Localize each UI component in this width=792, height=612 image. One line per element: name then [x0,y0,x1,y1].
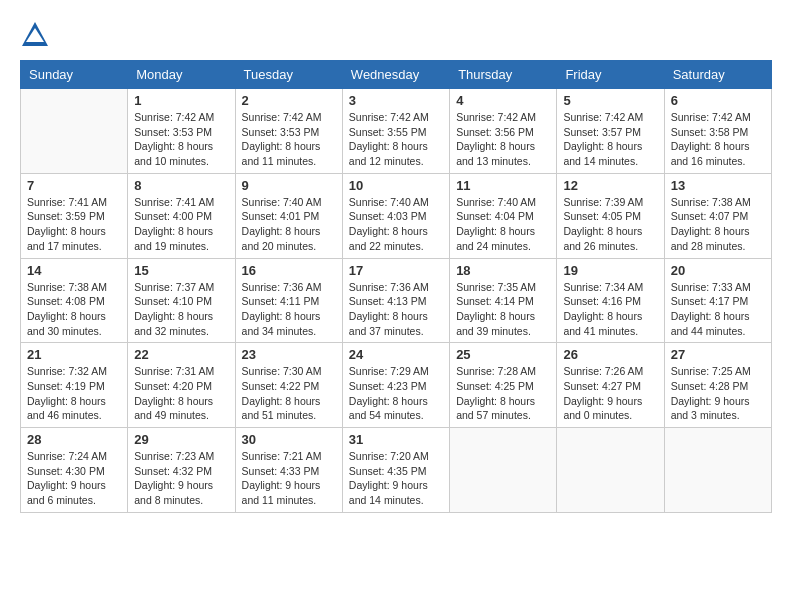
day-info: Sunrise: 7:42 AM Sunset: 3:56 PM Dayligh… [456,110,550,169]
day-number: 26 [563,347,657,362]
day-info: Sunrise: 7:24 AM Sunset: 4:30 PM Dayligh… [27,449,121,508]
calendar-cell: 25Sunrise: 7:28 AM Sunset: 4:25 PM Dayli… [450,343,557,428]
day-number: 14 [27,263,121,278]
day-number: 22 [134,347,228,362]
calendar-cell: 17Sunrise: 7:36 AM Sunset: 4:13 PM Dayli… [342,258,449,343]
calendar-cell: 1Sunrise: 7:42 AM Sunset: 3:53 PM Daylig… [128,89,235,174]
day-of-week-header: Wednesday [342,61,449,89]
calendar-week-row: 1Sunrise: 7:42 AM Sunset: 3:53 PM Daylig… [21,89,772,174]
calendar-cell [21,89,128,174]
calendar-header-row: SundayMondayTuesdayWednesdayThursdayFrid… [21,61,772,89]
day-number: 8 [134,178,228,193]
calendar-cell [664,428,771,513]
logo-icon [20,20,50,50]
calendar: SundayMondayTuesdayWednesdayThursdayFrid… [20,60,772,513]
day-info: Sunrise: 7:42 AM Sunset: 3:58 PM Dayligh… [671,110,765,169]
day-number: 30 [242,432,336,447]
day-info: Sunrise: 7:30 AM Sunset: 4:22 PM Dayligh… [242,364,336,423]
day-number: 18 [456,263,550,278]
day-number: 13 [671,178,765,193]
day-info: Sunrise: 7:34 AM Sunset: 4:16 PM Dayligh… [563,280,657,339]
day-of-week-header: Sunday [21,61,128,89]
day-info: Sunrise: 7:41 AM Sunset: 4:00 PM Dayligh… [134,195,228,254]
day-info: Sunrise: 7:42 AM Sunset: 3:57 PM Dayligh… [563,110,657,169]
day-number: 21 [27,347,121,362]
day-info: Sunrise: 7:38 AM Sunset: 4:07 PM Dayligh… [671,195,765,254]
day-number: 12 [563,178,657,193]
day-info: Sunrise: 7:35 AM Sunset: 4:14 PM Dayligh… [456,280,550,339]
day-info: Sunrise: 7:42 AM Sunset: 3:55 PM Dayligh… [349,110,443,169]
day-number: 27 [671,347,765,362]
day-of-week-header: Friday [557,61,664,89]
calendar-cell: 4Sunrise: 7:42 AM Sunset: 3:56 PM Daylig… [450,89,557,174]
day-info: Sunrise: 7:38 AM Sunset: 4:08 PM Dayligh… [27,280,121,339]
calendar-cell: 11Sunrise: 7:40 AM Sunset: 4:04 PM Dayli… [450,173,557,258]
day-info: Sunrise: 7:33 AM Sunset: 4:17 PM Dayligh… [671,280,765,339]
calendar-cell: 15Sunrise: 7:37 AM Sunset: 4:10 PM Dayli… [128,258,235,343]
calendar-cell: 20Sunrise: 7:33 AM Sunset: 4:17 PM Dayli… [664,258,771,343]
day-info: Sunrise: 7:40 AM Sunset: 4:01 PM Dayligh… [242,195,336,254]
day-info: Sunrise: 7:39 AM Sunset: 4:05 PM Dayligh… [563,195,657,254]
day-info: Sunrise: 7:36 AM Sunset: 4:11 PM Dayligh… [242,280,336,339]
day-number: 11 [456,178,550,193]
calendar-cell: 19Sunrise: 7:34 AM Sunset: 4:16 PM Dayli… [557,258,664,343]
day-number: 31 [349,432,443,447]
calendar-cell: 9Sunrise: 7:40 AM Sunset: 4:01 PM Daylig… [235,173,342,258]
day-number: 19 [563,263,657,278]
calendar-cell [450,428,557,513]
calendar-cell: 10Sunrise: 7:40 AM Sunset: 4:03 PM Dayli… [342,173,449,258]
calendar-cell: 30Sunrise: 7:21 AM Sunset: 4:33 PM Dayli… [235,428,342,513]
day-number: 7 [27,178,121,193]
calendar-cell: 21Sunrise: 7:32 AM Sunset: 4:19 PM Dayli… [21,343,128,428]
day-info: Sunrise: 7:42 AM Sunset: 3:53 PM Dayligh… [134,110,228,169]
calendar-cell: 2Sunrise: 7:42 AM Sunset: 3:53 PM Daylig… [235,89,342,174]
day-number: 3 [349,93,443,108]
day-of-week-header: Thursday [450,61,557,89]
day-number: 6 [671,93,765,108]
day-number: 4 [456,93,550,108]
calendar-cell: 12Sunrise: 7:39 AM Sunset: 4:05 PM Dayli… [557,173,664,258]
day-info: Sunrise: 7:21 AM Sunset: 4:33 PM Dayligh… [242,449,336,508]
calendar-week-row: 14Sunrise: 7:38 AM Sunset: 4:08 PM Dayli… [21,258,772,343]
day-number: 1 [134,93,228,108]
day-of-week-header: Saturday [664,61,771,89]
calendar-week-row: 7Sunrise: 7:41 AM Sunset: 3:59 PM Daylig… [21,173,772,258]
calendar-cell: 14Sunrise: 7:38 AM Sunset: 4:08 PM Dayli… [21,258,128,343]
day-number: 2 [242,93,336,108]
calendar-cell: 28Sunrise: 7:24 AM Sunset: 4:30 PM Dayli… [21,428,128,513]
day-number: 10 [349,178,443,193]
day-number: 9 [242,178,336,193]
calendar-cell: 26Sunrise: 7:26 AM Sunset: 4:27 PM Dayli… [557,343,664,428]
day-number: 17 [349,263,443,278]
day-number: 25 [456,347,550,362]
calendar-week-row: 21Sunrise: 7:32 AM Sunset: 4:19 PM Dayli… [21,343,772,428]
calendar-cell: 23Sunrise: 7:30 AM Sunset: 4:22 PM Dayli… [235,343,342,428]
day-info: Sunrise: 7:28 AM Sunset: 4:25 PM Dayligh… [456,364,550,423]
calendar-cell: 8Sunrise: 7:41 AM Sunset: 4:00 PM Daylig… [128,173,235,258]
day-info: Sunrise: 7:31 AM Sunset: 4:20 PM Dayligh… [134,364,228,423]
calendar-cell [557,428,664,513]
calendar-cell: 7Sunrise: 7:41 AM Sunset: 3:59 PM Daylig… [21,173,128,258]
day-number: 29 [134,432,228,447]
calendar-cell: 22Sunrise: 7:31 AM Sunset: 4:20 PM Dayli… [128,343,235,428]
day-of-week-header: Tuesday [235,61,342,89]
day-number: 5 [563,93,657,108]
calendar-cell: 27Sunrise: 7:25 AM Sunset: 4:28 PM Dayli… [664,343,771,428]
day-number: 23 [242,347,336,362]
calendar-week-row: 28Sunrise: 7:24 AM Sunset: 4:30 PM Dayli… [21,428,772,513]
calendar-cell: 3Sunrise: 7:42 AM Sunset: 3:55 PM Daylig… [342,89,449,174]
calendar-cell: 31Sunrise: 7:20 AM Sunset: 4:35 PM Dayli… [342,428,449,513]
day-info: Sunrise: 7:25 AM Sunset: 4:28 PM Dayligh… [671,364,765,423]
day-info: Sunrise: 7:23 AM Sunset: 4:32 PM Dayligh… [134,449,228,508]
day-number: 20 [671,263,765,278]
calendar-cell: 16Sunrise: 7:36 AM Sunset: 4:11 PM Dayli… [235,258,342,343]
day-info: Sunrise: 7:26 AM Sunset: 4:27 PM Dayligh… [563,364,657,423]
day-info: Sunrise: 7:32 AM Sunset: 4:19 PM Dayligh… [27,364,121,423]
day-info: Sunrise: 7:29 AM Sunset: 4:23 PM Dayligh… [349,364,443,423]
calendar-cell: 13Sunrise: 7:38 AM Sunset: 4:07 PM Dayli… [664,173,771,258]
day-info: Sunrise: 7:20 AM Sunset: 4:35 PM Dayligh… [349,449,443,508]
logo [20,20,52,50]
day-info: Sunrise: 7:42 AM Sunset: 3:53 PM Dayligh… [242,110,336,169]
day-info: Sunrise: 7:41 AM Sunset: 3:59 PM Dayligh… [27,195,121,254]
day-number: 28 [27,432,121,447]
